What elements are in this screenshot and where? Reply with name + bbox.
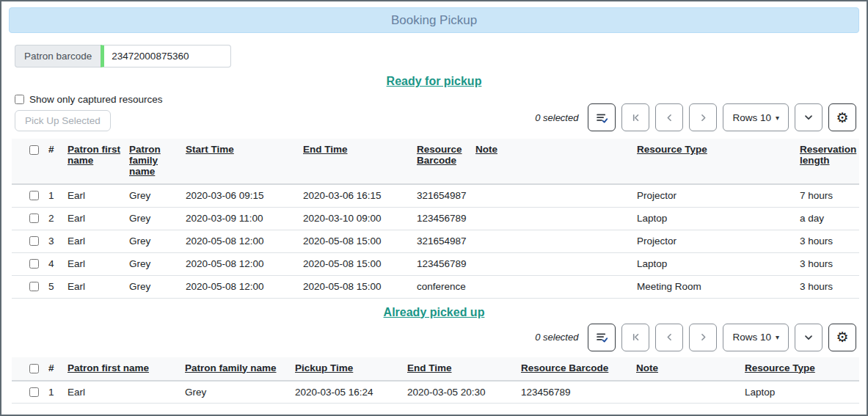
picked-section-link[interactable]: Already picked up (384, 306, 485, 318)
table-row[interactable]: 3 Earl Grey 2020-05-08 12:00 2020-05-08 … (12, 230, 859, 252)
cell-end: 2020-03-05 20:30 (403, 381, 517, 404)
col-header-end-time: End Time (299, 139, 412, 184)
caret-down-icon: ▾ (776, 114, 779, 122)
cell-type: Laptop (632, 207, 795, 230)
page-title: Booking Pickup (391, 13, 477, 28)
cell-note (471, 252, 632, 275)
ready-grid-header-row: # Patron first name Patron family name S… (12, 139, 859, 184)
select-all-checkbox[interactable] (29, 145, 39, 155)
table-row[interactable]: 1 Earl Grey 2020-03-06 09:15 2020-03-06 … (12, 184, 859, 207)
cell-start: 2020-05-08 12:00 (181, 275, 299, 298)
cell-length: 7 hours (795, 184, 859, 207)
col-header-start-time: Start Time (181, 139, 299, 184)
cell-first: Earl (63, 252, 125, 275)
row-checkbox[interactable] (29, 282, 39, 291)
col-header-patron-first-name: Patron first name (63, 357, 180, 381)
patron-barcode-label: Patron barcode (15, 45, 101, 67)
rows-count-dropdown[interactable]: Rows 10 ▾ (723, 103, 789, 131)
prev-page-button[interactable] (655, 324, 683, 351)
cell-family: Grey (125, 207, 181, 230)
picked-selected-count: 0 selected (535, 332, 578, 343)
cell-num: 1 (44, 184, 63, 207)
col-header-pickup-time: Pickup Time (291, 357, 403, 381)
list-check-icon (596, 331, 608, 343)
table-row[interactable]: 5 Earl Grey 2020-05-08 12:00 2020-05-08 … (12, 275, 859, 298)
cell-type: Laptop (632, 252, 795, 275)
chevron-down-icon (803, 112, 814, 123)
chevron-left-icon (664, 112, 675, 123)
cell-num: 1 (44, 381, 63, 404)
chevron-right-icon (698, 112, 709, 123)
cell-start: 2020-05-08 12:00 (181, 252, 299, 275)
list-check-icon (596, 112, 608, 124)
first-page-icon (630, 112, 641, 123)
first-page-button[interactable] (621, 324, 649, 351)
cell-start: 2020-05-08 12:00 (181, 230, 299, 252)
cell-note (471, 207, 632, 230)
cell-first: Earl (63, 207, 125, 230)
ready-section-heading: Ready for pickup (1, 75, 867, 88)
ready-selected-count: 0 selected (535, 112, 578, 123)
next-page-button[interactable] (689, 324, 717, 351)
table-row[interactable]: 4 Earl Grey 2020-05-08 12:00 2020-05-08 … (12, 252, 859, 275)
page-size-dropdown[interactable] (795, 103, 823, 131)
col-header-patron-family-name: Patron family name (180, 357, 291, 381)
table-row[interactable]: 2 Earl Grey 2020-03-09 11:00 2020-03-10 … (12, 207, 859, 230)
picked-grid-header-row: # Patron first name Patron family name P… (12, 357, 859, 381)
col-header-num: # (44, 357, 63, 381)
cell-length: a day (795, 207, 859, 230)
cell-type: Meeting Room (632, 275, 795, 298)
chevron-right-icon (698, 332, 709, 343)
col-header-patron-first-name: Patron first name (63, 139, 125, 184)
col-header-resource-type: Resource Type (740, 357, 859, 381)
row-checkbox[interactable] (29, 214, 39, 223)
ready-section-link[interactable]: Ready for pickup (387, 75, 482, 87)
row-checkbox[interactable] (29, 236, 39, 246)
patron-barcode-row: Patron barcode (15, 45, 867, 67)
show-captured-checkbox-row: Show only captured resources (15, 94, 163, 105)
rows-count-dropdown[interactable]: Rows 10 ▾ (723, 324, 789, 351)
show-captured-checkbox[interactable] (15, 95, 24, 104)
cell-num: 4 (44, 252, 63, 275)
cell-first: Earl (63, 184, 125, 207)
prev-page-button[interactable] (655, 103, 683, 131)
cell-end: 2020-05-08 15:00 (299, 230, 412, 252)
cell-type: Projector (632, 184, 795, 207)
cell-family: Grey (180, 381, 291, 404)
row-actions-button[interactable] (588, 103, 616, 131)
cell-barcode: 123456789 (412, 207, 471, 230)
select-all-checkbox[interactable] (29, 364, 39, 373)
cell-end: 2020-05-08 15:00 (299, 252, 412, 275)
patron-barcode-input[interactable] (101, 45, 231, 67)
col-header-reservation-length: Reservation length (795, 139, 859, 184)
cell-barcode: 321654987 (412, 230, 471, 252)
cell-note (471, 275, 632, 298)
cell-note (471, 230, 632, 252)
page-size-dropdown[interactable] (795, 324, 823, 351)
row-actions-button[interactable] (588, 324, 616, 351)
next-page-button[interactable] (689, 103, 717, 131)
cell-start: 2020-03-06 09:15 (181, 184, 299, 207)
grid-settings-button[interactable]: ⚙ (828, 324, 856, 351)
col-header-note: Note (471, 139, 632, 184)
chevron-left-icon (664, 332, 675, 343)
cell-barcode: conference (412, 275, 471, 298)
cell-pickup: 2020-03-05 16:24 (291, 381, 403, 404)
picked-controls-row: 0 selected (12, 324, 856, 351)
cell-family: Grey (125, 252, 181, 275)
row-checkbox[interactable] (29, 387, 39, 397)
grid-settings-button[interactable]: ⚙ (828, 103, 856, 131)
cell-type: Laptop (740, 381, 859, 404)
ready-left-controls: Show only captured resources Pick Up Sel… (15, 94, 163, 131)
row-checkbox[interactable] (29, 191, 39, 200)
row-checkbox[interactable] (29, 259, 39, 269)
caret-down-icon: ▾ (776, 333, 779, 341)
picked-section-heading: Already picked up (1, 306, 867, 319)
cell-family: Grey (125, 184, 181, 207)
pick-up-selected-button[interactable]: Pick Up Selected (15, 110, 111, 131)
table-row[interactable]: 1 Earl Grey 2020-03-05 16:24 2020-03-05 … (12, 381, 859, 404)
first-page-button[interactable] (621, 103, 649, 131)
rows-count-label: Rows 10 (732, 112, 771, 123)
col-header-end-time: End Time (403, 357, 517, 381)
col-header-resource-barcode: Resource Barcode (517, 357, 632, 381)
